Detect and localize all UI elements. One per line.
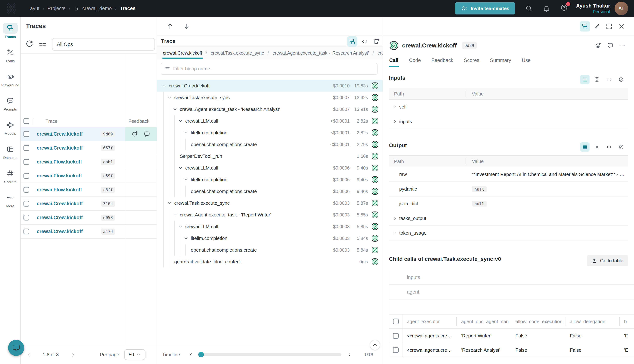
detail-tree-button[interactable] [580,21,590,32]
trace-path-tab[interactable]: crewai.Crew.kickoff [162,48,203,59]
row-checkbox[interactable] [24,214,29,220]
trace-link[interactable]: crewai.Flow.kickoff [37,173,82,179]
sidebar-item-datasets[interactable]: Datasets [0,144,21,160]
row-checkbox[interactable] [24,145,29,151]
select-all-checkbox[interactable] [393,318,399,324]
op-name-filter-input[interactable] [173,66,374,72]
timeline-prev-icon[interactable] [188,352,194,358]
tree-row[interactable]: SerperDevTool._run1.66s [157,150,383,162]
row-checkbox[interactable] [24,187,29,193]
tab-use[interactable]: Use [521,56,531,67]
tree-row[interactable]: crewai.Task.execute_sync$0.00035.87s [157,197,383,209]
select-all-checkbox[interactable] [24,118,29,124]
timeline-slider-thumb[interactable] [198,352,204,358]
tree-row[interactable]: crewai.LLM.call$0.00035.85s [157,221,383,232]
table-row[interactable]: inputs [389,114,628,129]
sidebar-item-evals[interactable]: Evals [0,47,21,63]
breadcrumb-page[interactable]: Traces [120,6,136,11]
tab-feedback[interactable]: Feedback [431,56,454,67]
tab-call[interactable]: Call [389,56,399,67]
chat-widget-button[interactable] [8,340,24,356]
trace-link[interactable]: crewai.Crew.kickoff [37,201,83,206]
chevron-right-icon[interactable] [393,216,397,221]
sidebar-item-models[interactable]: Models [0,120,21,136]
close-button[interactable] [616,21,627,32]
collapse-timeline-button[interactable] [370,340,380,350]
tree-row[interactable]: crewai.Agent.execute_task - 'Report Writ… [157,209,383,221]
tab-code[interactable]: Code [409,56,421,67]
table-row[interactable]: crewai.Flow.kickoffc5ff [21,183,157,197]
list-view-button[interactable] [580,75,590,84]
avatar[interactable]: AT [614,2,628,15]
table-row[interactable]: crewai.Crew.kickoff657f [21,141,157,155]
table-row[interactable]: crewai.Crew.kickoff316c [21,197,157,211]
tree-row[interactable]: crewai.LLM.call$0.00069.40s [157,162,383,174]
row-checkbox[interactable] [24,159,29,165]
help-button[interactable] [560,4,568,13]
row-checkbox[interactable] [24,228,29,234]
filter-settings-icon[interactable] [38,40,47,49]
row-checkbox[interactable] [393,333,399,339]
trace-path-tab[interactable]: crewai.LLM.cal [377,48,383,59]
tab-scores[interactable]: Scores [464,56,480,67]
table-row[interactable]: crewai.Flow.kickoffeab1 [21,155,157,169]
tree-row[interactable]: openai.chat.completions.create$0.00069.4… [157,186,383,197]
row-checkbox[interactable] [393,347,399,353]
sidebar-item-traces[interactable]: Traces [0,23,21,39]
arrow-up-icon[interactable] [166,22,174,30]
trace-link[interactable]: crewai.Flow.kickoff [37,187,82,193]
per-page-select[interactable]: 50 [124,349,145,360]
tree-view-button[interactable] [347,36,357,46]
chevron-right-icon[interactable] [393,119,397,124]
trace-link[interactable]: crewai.Crew.kickoff [37,229,83,234]
chevron-down-icon[interactable] [172,212,178,217]
table-row[interactable]: raw**Investment Report: AI in Chemical a… [389,167,628,182]
arrow-down-icon[interactable] [183,22,191,30]
breadcrumb-projects[interactable]: Projects [48,6,66,11]
trace-path-tab[interactable]: crewai.Agent.execute_task - 'Research An… [272,48,370,59]
invite-teammates-button[interactable]: Invite teammates [455,2,515,14]
refresh-icon[interactable] [25,40,34,49]
tree-row[interactable]: crewai.Crew.kickoff$0.001019.83s [157,80,383,92]
trace-link[interactable]: crewai.Crew.kickoff [37,131,83,137]
chevron-down-icon[interactable] [167,95,172,100]
code-view-button[interactable] [604,75,614,84]
sidebar-item-playground[interactable]: Playground [0,71,21,87]
table-row[interactable]: <crewai.agents.cre…'Research Analyst'Fal… [389,343,634,358]
code-view-button[interactable] [360,36,370,46]
tree-row[interactable]: guardrail-validate_blog_content0ms [157,256,383,268]
table-row[interactable]: pydanticnull [389,182,628,196]
expand-rows-button[interactable] [592,75,602,84]
sidebar-item-prompts[interactable]: Prompts [0,95,21,112]
hide-values-button[interactable] [616,75,626,84]
chevron-down-icon[interactable] [183,236,189,241]
search-icon[interactable] [525,4,533,12]
table-row[interactable]: tasks_output [389,211,628,226]
next-page-icon[interactable] [70,351,76,358]
notifications-bell-icon[interactable] [543,4,550,12]
tree-row[interactable]: openai.chat.completions.create<$0.00012.… [157,138,383,150]
comment-icon[interactable] [607,42,614,49]
edit-button[interactable] [592,21,602,32]
row-checkbox[interactable] [24,201,29,206]
previous-page-icon[interactable] [26,351,32,358]
chevron-down-icon[interactable] [167,200,172,206]
breadcrumb-org[interactable]: ayut [30,6,40,11]
chevron-right-icon[interactable] [393,104,397,109]
table-row[interactable]: crewai.Crew.kickoffe058 [21,211,157,225]
fullscreen-button[interactable] [604,21,614,32]
trace-path-tab[interactable]: crewai.Task.execute_sync [210,48,264,59]
chevron-down-icon[interactable] [178,224,183,229]
chevron-right-icon[interactable] [393,230,397,235]
list-view-button[interactable] [580,142,590,152]
chevron-down-icon[interactable] [183,130,189,135]
breadcrumb-project[interactable]: crewai_demo [82,6,112,11]
chevron-down-icon[interactable] [178,118,183,124]
ops-filter-select[interactable]: All Ops [52,38,155,50]
hide-values-button[interactable] [616,142,626,152]
chevron-down-icon[interactable] [172,107,178,112]
chevron-down-icon[interactable] [178,165,183,170]
more-options-icon[interactable] [619,42,626,49]
trace-link[interactable]: crewai.Crew.kickoff [37,215,83,220]
table-row[interactable]: crewai.Crew.kickoffa17d [21,225,157,239]
